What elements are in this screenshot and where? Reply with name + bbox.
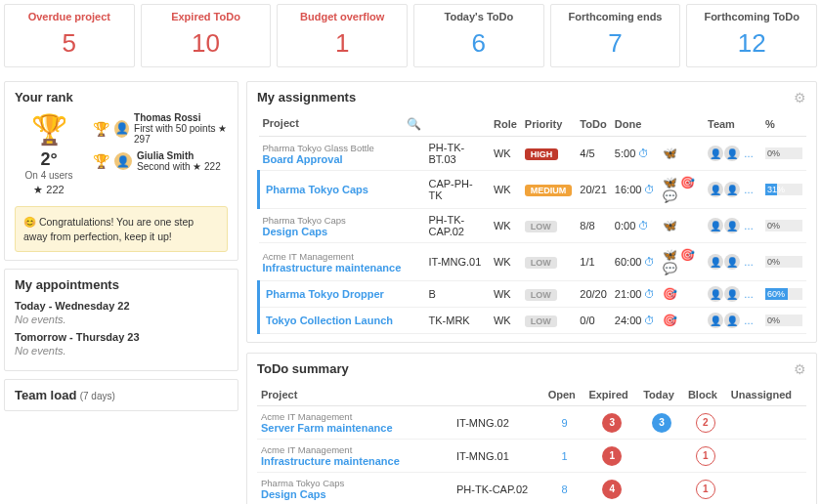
cell-project[interactable]: Pharma Tokyo CapsDesign Caps: [259, 209, 425, 243]
cell-expired[interactable]: 1: [584, 440, 639, 473]
avatar-icon[interactable]: 👤: [708, 313, 723, 328]
cell-block[interactable]: 1: [684, 473, 727, 505]
clock-icon[interactable]: ⏱: [644, 288, 655, 300]
cell-open[interactable]: 8: [544, 473, 585, 505]
status-icon[interactable]: 🎯: [680, 248, 695, 262]
summary-card[interactable]: Forthcoming ToDo 12: [686, 4, 817, 67]
col-project[interactable]: Project🔍: [259, 112, 425, 137]
count-badge[interactable]: 1: [696, 480, 715, 499]
more-icon[interactable]: …: [741, 313, 756, 328]
avatar-icon[interactable]: 👤: [724, 254, 740, 270]
col-project[interactable]: Project: [257, 384, 453, 406]
table-row[interactable]: Pharma Tokyo Caps CAP-PH-TK WK MEDIUM 20…: [259, 171, 807, 209]
gear-icon[interactable]: ⚙: [794, 90, 806, 105]
cell-today[interactable]: [639, 440, 684, 473]
gear-icon[interactable]: ⚙: [794, 361, 806, 377]
status-icon[interactable]: 🎯: [680, 176, 695, 189]
table-row[interactable]: Acme IT ManagementInfrastructure mainten…: [257, 440, 806, 473]
more-icon[interactable]: …: [741, 182, 756, 197]
avatar-icon[interactable]: 👤: [724, 313, 740, 328]
project-link[interactable]: Pharma Tokyo Caps: [266, 184, 368, 195]
avatar-icon[interactable]: 👤: [708, 254, 723, 270]
col-pct[interactable]: %: [761, 112, 806, 137]
cell-block[interactable]: 2: [684, 406, 727, 440]
avatar-icon[interactable]: 👤: [724, 286, 740, 302]
table-row[interactable]: Pharma Tokyo CapsDesign Caps PH-TK-CAP.0…: [257, 473, 806, 505]
cell-project[interactable]: Acme IT ManagementInfrastructure mainten…: [259, 243, 425, 281]
cell-open[interactable]: 9: [544, 406, 585, 440]
clock-icon[interactable]: ⏱: [644, 184, 655, 195]
clock-icon[interactable]: ⏱: [638, 147, 649, 159]
avatar-icon[interactable]: 👤: [708, 286, 723, 302]
table-row[interactable]: Acme IT ManagementInfrastructure mainten…: [259, 243, 807, 281]
col-expired[interactable]: Expired: [584, 384, 639, 406]
count-badge[interactable]: 1: [602, 446, 622, 466]
status-icon[interactable]: 💬: [663, 262, 677, 275]
status-icon[interactable]: 🎯: [663, 314, 677, 327]
cell-project[interactable]: Tokyo Collection Launch: [259, 308, 425, 334]
count-badge[interactable]: 1: [696, 446, 715, 466]
status-icon[interactable]: 🦋: [663, 176, 677, 189]
clock-icon[interactable]: ⏱: [644, 315, 655, 326]
cell-expired[interactable]: 3: [584, 406, 639, 440]
status-icon[interactable]: 🦋: [663, 147, 677, 160]
more-icon[interactable]: …: [741, 254, 756, 270]
count-badge[interactable]: 4: [602, 480, 622, 499]
table-row[interactable]: Pharma Tokyo Dropper B WK LOW 20/20 21:0…: [259, 281, 807, 308]
avatar-icon[interactable]: 👤: [724, 146, 740, 161]
table-row[interactable]: Tokyo Collection Launch TK-MRK WK LOW 0/…: [259, 308, 807, 334]
cell-today[interactable]: [639, 473, 684, 505]
table-row[interactable]: Pharma Tokyo CapsDesign Caps PH-TK-CAP.0…: [259, 209, 807, 243]
col-done[interactable]: Done: [611, 112, 660, 137]
more-icon[interactable]: …: [741, 218, 756, 233]
avatar-icon[interactable]: 👤: [708, 146, 723, 161]
summary-card[interactable]: Forthcoming ends 7: [550, 4, 681, 67]
cell-open[interactable]: 1: [544, 440, 585, 473]
project-link[interactable]: Server Farm maintenance: [261, 422, 393, 434]
project-link[interactable]: Tokyo Collection Launch: [266, 315, 393, 326]
status-icon[interactable]: 🎯: [663, 287, 677, 301]
cell-unassigned[interactable]: [727, 406, 806, 440]
table-row[interactable]: Acme IT ManagementServer Farm maintenanc…: [257, 406, 806, 440]
cell-unassigned[interactable]: [727, 440, 806, 473]
status-icon[interactable]: 💬: [663, 189, 677, 203]
cell-today[interactable]: 3: [639, 406, 684, 440]
cell-block[interactable]: 1: [684, 440, 727, 473]
summary-card[interactable]: Today's ToDo 6: [413, 4, 544, 67]
col-todo[interactable]: ToDo: [576, 112, 611, 137]
more-icon[interactable]: …: [741, 286, 756, 302]
project-link[interactable]: Pharma Tokyo Dropper: [266, 288, 384, 300]
project-link[interactable]: Infrastructure maintenance: [261, 455, 400, 467]
summary-card[interactable]: Overdue project 5: [4, 4, 135, 67]
summary-card[interactable]: Budget overflow 1: [277, 4, 408, 67]
summary-card[interactable]: Expired ToDo 10: [141, 4, 272, 67]
clock-icon[interactable]: ⏱: [638, 220, 649, 231]
cell-project[interactable]: Pharma Tokyo Caps: [259, 171, 425, 209]
col-unassigned[interactable]: Unassigned: [727, 384, 806, 406]
count-badge[interactable]: 2: [696, 413, 715, 433]
avatar-icon[interactable]: 👤: [724, 182, 740, 197]
cell-project[interactable]: Acme IT ManagementServer Farm maintenanc…: [257, 406, 453, 440]
status-icon[interactable]: 🦋: [663, 219, 677, 232]
project-link[interactable]: Design Caps: [261, 488, 326, 500]
project-link[interactable]: Infrastructure maintenance: [263, 262, 402, 273]
avatar-icon[interactable]: 👤: [708, 182, 723, 197]
cell-unassigned[interactable]: [727, 473, 806, 505]
col-priority[interactable]: Priority: [521, 112, 577, 137]
search-icon[interactable]: 🔍: [407, 117, 421, 131]
col-today[interactable]: Today: [639, 384, 684, 406]
cell-project[interactable]: Acme IT ManagementInfrastructure mainten…: [257, 440, 453, 473]
count-badge[interactable]: 3: [652, 413, 671, 433]
col-block[interactable]: Block: [684, 384, 727, 406]
clock-icon[interactable]: ⏱: [644, 256, 655, 268]
status-icon[interactable]: 🦋: [663, 248, 677, 262]
col-open[interactable]: Open: [544, 384, 585, 406]
cell-project[interactable]: Pharma Tokyo Dropper: [259, 281, 425, 308]
avatar-icon[interactable]: 👤: [724, 218, 740, 233]
table-row[interactable]: Pharma Tokyo Glass BottleBoard Approval …: [259, 137, 807, 171]
cell-project[interactable]: Pharma Tokyo CapsDesign Caps: [257, 473, 453, 505]
project-link[interactable]: Design Caps: [263, 226, 328, 237]
cell-project[interactable]: Pharma Tokyo Glass BottleBoard Approval: [259, 137, 425, 171]
count-badge[interactable]: 3: [602, 413, 622, 433]
project-link[interactable]: Board Approval: [263, 153, 343, 165]
